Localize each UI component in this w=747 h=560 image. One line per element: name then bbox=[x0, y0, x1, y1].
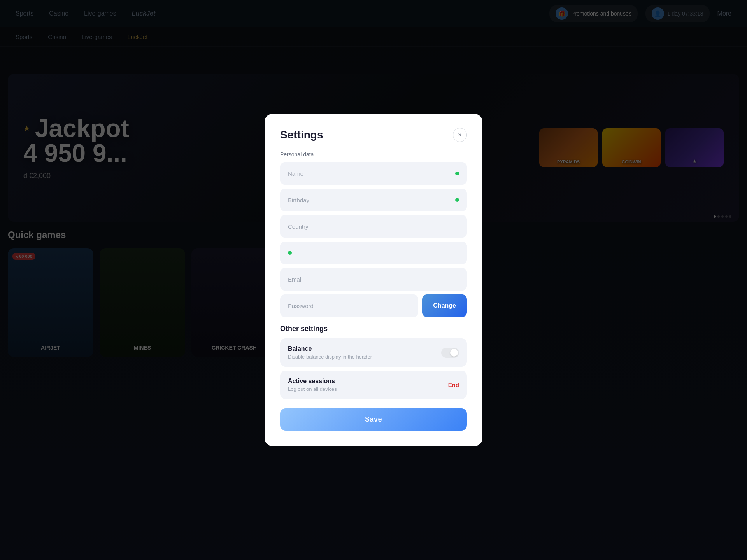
sessions-info: Active sessions Log out on all devices bbox=[288, 378, 337, 392]
toggle-thumb bbox=[450, 349, 458, 357]
name-field[interactable] bbox=[280, 162, 467, 185]
balance-setting-card: Balance Disable balance display in the h… bbox=[280, 338, 467, 367]
save-button[interactable]: Save bbox=[280, 408, 467, 430]
name-status-dot bbox=[455, 172, 459, 175]
settings-modal: Settings × Personal data Change Other se… bbox=[265, 114, 482, 446]
birthday-status-dot bbox=[455, 198, 459, 202]
extra-status-dot bbox=[288, 251, 292, 255]
change-password-button[interactable]: Change bbox=[422, 294, 467, 317]
other-settings-label: Other settings bbox=[280, 325, 467, 333]
modal-header: Settings × bbox=[280, 128, 467, 142]
birthday-input[interactable] bbox=[288, 197, 455, 203]
extra-field[interactable] bbox=[280, 242, 467, 264]
balance-toggle[interactable] bbox=[441, 348, 459, 358]
balance-setting-header: Balance Disable balance display in the h… bbox=[288, 345, 459, 360]
extra-input[interactable] bbox=[295, 250, 459, 256]
password-input[interactable] bbox=[288, 303, 410, 309]
password-row: Change bbox=[280, 294, 467, 317]
sessions-header: Active sessions Log out on all devices E… bbox=[288, 378, 459, 392]
personal-data-label: Personal data bbox=[280, 151, 467, 158]
sessions-title: Active sessions bbox=[288, 378, 337, 385]
balance-title: Balance bbox=[288, 345, 372, 352]
sessions-description: Log out on all devices bbox=[288, 386, 337, 392]
name-input[interactable] bbox=[288, 170, 455, 177]
country-field[interactable] bbox=[280, 215, 467, 238]
email-field[interactable] bbox=[280, 268, 467, 290]
sessions-end-button[interactable]: End bbox=[448, 382, 459, 388]
active-sessions-card: Active sessions Log out on all devices E… bbox=[280, 371, 467, 399]
modal-title: Settings bbox=[280, 129, 323, 141]
modal-close-button[interactable]: × bbox=[453, 128, 467, 142]
email-input[interactable] bbox=[288, 276, 459, 283]
balance-description: Disable balance display in the header bbox=[288, 354, 372, 360]
balance-setting-title: Balance Disable balance display in the h… bbox=[288, 345, 372, 360]
country-input[interactable] bbox=[288, 223, 459, 230]
birthday-field[interactable] bbox=[280, 189, 467, 211]
password-field[interactable] bbox=[280, 294, 418, 317]
